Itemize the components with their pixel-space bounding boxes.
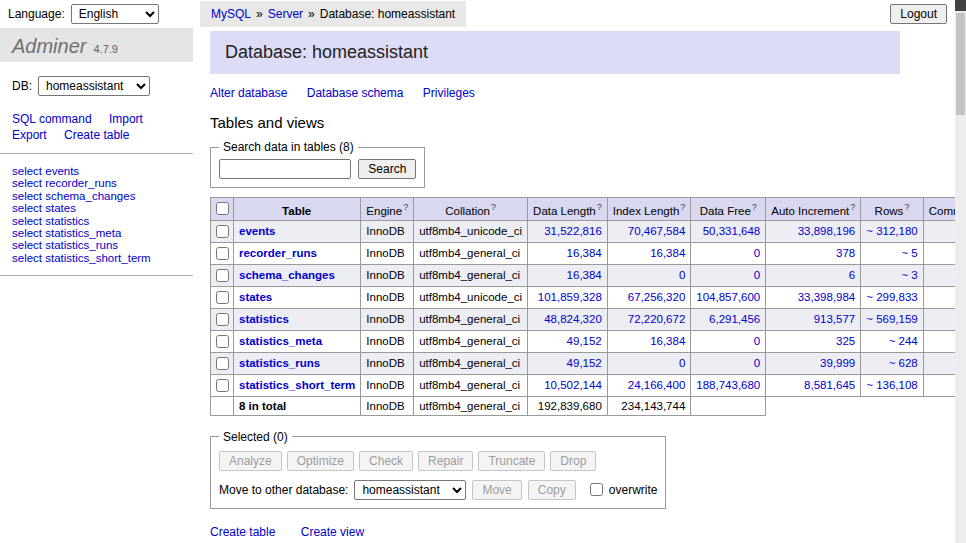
column-doc-link[interactable]: ?: [752, 202, 757, 212]
create-table-sidebar-link[interactable]: Create table: [64, 128, 129, 142]
overwrite-checkbox[interactable]: [590, 483, 603, 496]
breadcrumb-server-link[interactable]: Server: [268, 7, 303, 21]
index-length-link[interactable]: 0: [679, 269, 685, 281]
sidebar-table-link[interactable]: select events: [12, 165, 181, 177]
auto-increment-link[interactable]: 33,398,984: [798, 291, 856, 303]
data-free-link[interactable]: 104,857,600: [696, 291, 760, 303]
data-free-link[interactable]: 0: [754, 247, 760, 259]
data-length-link[interactable]: 48,824,320: [544, 313, 602, 325]
rows-count-link[interactable]: ~ 299,833: [866, 291, 917, 303]
sql-command-link[interactable]: SQL command: [12, 112, 92, 126]
bulk-action-button[interactable]: Truncate: [478, 451, 545, 471]
db-select[interactable]: homeassistant: [38, 76, 150, 96]
sidebar-table-link[interactable]: select schema_changes: [12, 190, 181, 202]
data-free-link[interactable]: 0: [754, 269, 760, 281]
data-free-link[interactable]: 188,743,680: [696, 379, 760, 391]
database-schema-link[interactable]: Database schema: [307, 86, 404, 100]
sidebar-table-link[interactable]: select recorder_runs: [12, 177, 181, 189]
move-db-select[interactable]: homeassistant: [354, 480, 466, 500]
data-length-link[interactable]: 49,152: [567, 335, 602, 347]
bulk-action-button[interactable]: Analyze: [219, 451, 282, 471]
table-name-link[interactable]: statistics_meta: [239, 335, 322, 347]
index-length-link[interactable]: 67,256,320: [628, 291, 686, 303]
row-checkbox[interactable]: [216, 335, 229, 348]
create-table-link[interactable]: Create table: [210, 525, 275, 539]
scrollbar[interactable]: [955, 0, 966, 543]
row-checkbox[interactable]: [216, 313, 229, 326]
index-length-link[interactable]: 16,384: [650, 335, 685, 347]
rows-count-link[interactable]: ~ 136,108: [866, 379, 917, 391]
rows-count-link[interactable]: ~ 312,180: [866, 225, 917, 237]
rows-count-link[interactable]: ~ 3: [901, 269, 917, 281]
rows-count-link[interactable]: ~ 569,159: [866, 313, 917, 325]
sidebar-table-link[interactable]: select statistics_meta: [12, 227, 181, 239]
bulk-action-button[interactable]: Check: [359, 451, 413, 471]
row-checkbox[interactable]: [216, 379, 229, 392]
auto-increment-link[interactable]: 913,577: [814, 313, 856, 325]
index-length-link[interactable]: 72,220,672: [628, 313, 686, 325]
search-button[interactable]: Search: [358, 159, 416, 179]
column-doc-link[interactable]: ?: [904, 202, 909, 212]
sidebar-table-link[interactable]: select statistics: [12, 215, 181, 227]
sidebar-table-link[interactable]: select states: [12, 202, 181, 214]
import-link[interactable]: Import: [109, 112, 143, 126]
alter-database-link[interactable]: Alter database: [210, 86, 287, 100]
column-doc-link[interactable]: ?: [403, 202, 408, 212]
table-name-link[interactable]: statistics_short_term: [239, 379, 355, 391]
sidebar-table-link[interactable]: select statistics_runs: [12, 239, 181, 251]
language-select[interactable]: English: [71, 4, 159, 24]
row-checkbox[interactable]: [216, 247, 229, 260]
table-name-link[interactable]: events: [239, 225, 275, 237]
data-length-link[interactable]: 49,152: [567, 357, 602, 369]
index-length-link[interactable]: 16,384: [650, 247, 685, 259]
adminer-logo[interactable]: Adminer: [12, 35, 86, 58]
data-length-link[interactable]: 101,859,328: [538, 291, 602, 303]
data-free-link[interactable]: 6,291,456: [709, 313, 760, 325]
logout-button[interactable]: Logout: [890, 4, 947, 24]
scrollbar-up-button[interactable]: [955, 0, 966, 11]
column-doc-link[interactable]: ?: [680, 202, 685, 212]
row-checkbox[interactable]: [216, 357, 229, 370]
table-name-link[interactable]: statistics_runs: [239, 357, 320, 369]
export-link[interactable]: Export: [12, 128, 47, 142]
auto-increment-link[interactable]: 39,999: [820, 357, 855, 369]
index-length-link[interactable]: 24,166,400: [628, 379, 686, 391]
data-free-link[interactable]: 0: [754, 357, 760, 369]
data-length-link[interactable]: 10,502,144: [544, 379, 602, 391]
data-length-link[interactable]: 31,522,816: [544, 225, 602, 237]
column-doc-link[interactable]: ?: [597, 202, 602, 212]
bulk-action-button[interactable]: Drop: [550, 451, 596, 471]
column-doc-link[interactable]: ?: [491, 202, 496, 212]
index-length-link[interactable]: 0: [679, 357, 685, 369]
index-length-link[interactable]: 70,467,584: [628, 225, 686, 237]
bulk-action-button[interactable]: Repair: [418, 451, 473, 471]
auto-increment-link[interactable]: 8,581,645: [804, 379, 855, 391]
row-checkbox[interactable]: [216, 291, 229, 304]
sidebar-table-link[interactable]: select statistics_short_term: [12, 252, 181, 264]
table-name-link[interactable]: schema_changes: [239, 269, 335, 281]
table-name-link[interactable]: states: [239, 291, 272, 303]
data-length-link[interactable]: 16,384: [567, 269, 602, 281]
auto-increment-link[interactable]: 378: [836, 247, 855, 259]
data-free-link[interactable]: 50,331,648: [703, 225, 761, 237]
data-length-link[interactable]: 16,384: [567, 247, 602, 259]
create-view-link[interactable]: Create view: [301, 525, 364, 539]
data-free-link[interactable]: 0: [754, 335, 760, 347]
copy-button[interactable]: Copy: [528, 480, 576, 500]
scrollbar-thumb[interactable]: [956, 13, 965, 115]
rows-count-link[interactable]: ~ 5: [901, 247, 917, 259]
bulk-action-button[interactable]: Optimize: [287, 451, 354, 471]
rows-count-link[interactable]: ~ 244: [889, 335, 918, 347]
breadcrumb-mysql-link[interactable]: MySQL: [211, 7, 251, 21]
auto-increment-link[interactable]: 6: [849, 269, 855, 281]
table-name-link[interactable]: recorder_runs: [239, 247, 317, 259]
row-checkbox[interactable]: [216, 225, 229, 238]
privileges-link[interactable]: Privileges: [423, 86, 475, 100]
table-name-link[interactable]: statistics: [239, 313, 289, 325]
search-input[interactable]: [219, 159, 351, 179]
select-all-checkbox[interactable]: [216, 202, 229, 215]
auto-increment-link[interactable]: 33,898,196: [798, 225, 856, 237]
column-doc-link[interactable]: ?: [850, 202, 855, 212]
row-checkbox[interactable]: [216, 269, 229, 282]
auto-increment-link[interactable]: 325: [836, 335, 855, 347]
